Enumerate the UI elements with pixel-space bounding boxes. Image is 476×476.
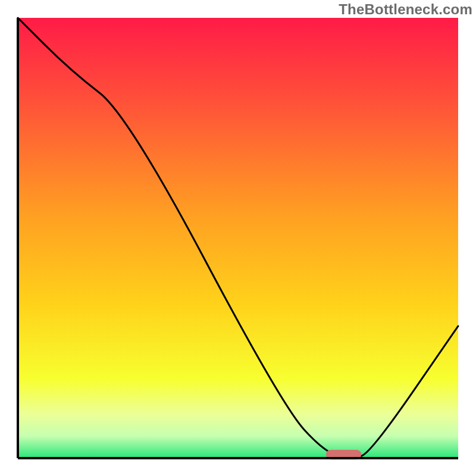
bottleneck-chart [0, 0, 476, 476]
plot-background [18, 18, 458, 458]
watermark-text: TheBottleneck.com [339, 1, 472, 18]
